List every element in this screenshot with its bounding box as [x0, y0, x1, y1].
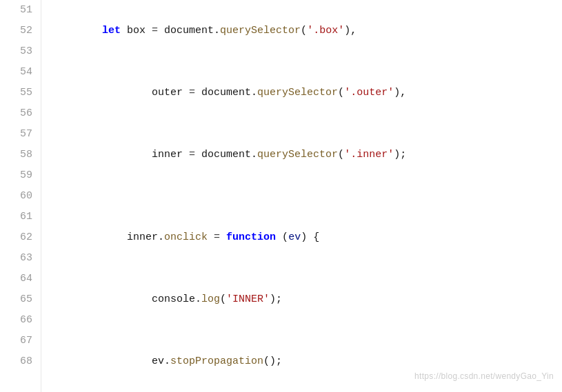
line-num-51: 51	[0, 0, 41, 21]
line-num-59: 59	[0, 165, 41, 186]
line-num-66: 66	[0, 310, 41, 331]
code-editor: 51 52 53 54 55 56 57 58 59 60 61 62 63 6…	[0, 0, 562, 392]
keyword-let: let	[102, 25, 121, 37]
code-line-51: let box = document.querySelector('.box')…	[52, 0, 562, 62]
line-num-67: 67	[0, 331, 41, 351]
code-line-54	[52, 186, 562, 207]
line-num-52: 52	[0, 21, 41, 41]
code-line-55: inner.onclick = function (ev) {	[52, 207, 562, 269]
line-num-63: 63	[0, 248, 41, 269]
line-numbers: 51 52 53 54 55 56 57 58 59 60 61 62 63 6…	[0, 0, 41, 392]
line-num-65: 65	[0, 289, 41, 310]
code-line-53: inner = document.querySelector('.inner')…	[52, 124, 562, 186]
line-num-68: 68	[0, 351, 41, 372]
line-num-55: 55	[0, 83, 41, 103]
line-num-53: 53	[0, 41, 41, 62]
line-num-57: 57	[0, 124, 41, 145]
watermark: https://blog.csdn.net/wendyGao_Yin	[414, 366, 554, 386]
code-area: 51 52 53 54 55 56 57 58 59 60 61 62 63 6…	[0, 0, 562, 392]
line-num-62: 62	[0, 227, 41, 248]
code-content[interactable]: let box = document.querySelector('.box')…	[41, 0, 562, 392]
line-num-58: 58	[0, 145, 41, 165]
line-num-56: 56	[0, 103, 41, 124]
code-line-56: console.log('INNER');	[52, 269, 562, 331]
line-num-61: 61	[0, 207, 41, 227]
line-num-60: 60	[0, 186, 41, 207]
line-num-64: 64	[0, 269, 41, 289]
code-line-52: outer = document.querySelector('.outer')…	[52, 62, 562, 124]
line-num-54: 54	[0, 62, 41, 83]
